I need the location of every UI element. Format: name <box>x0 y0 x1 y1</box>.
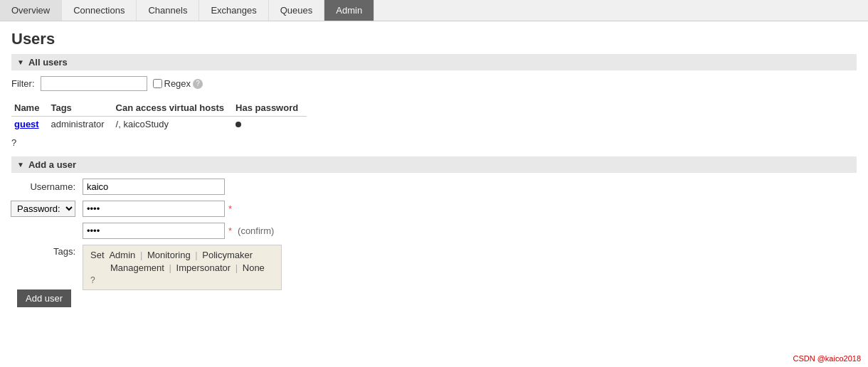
col-virtual-hosts: Can access virtual hosts <box>113 100 233 117</box>
username-row: Username: <box>11 179 857 195</box>
add-user-button[interactable]: Add user <box>17 289 71 307</box>
user-tags: administrator <box>48 117 112 132</box>
tags-popup: Set Admin | Monitoring | Policymaker Man… <box>83 245 282 290</box>
password-type-select[interactable]: Password: <box>11 201 75 217</box>
confirm-required-icon: * <box>228 225 232 236</box>
password-required-icon: * <box>228 203 232 214</box>
regex-text: Regex <box>164 78 191 89</box>
tag-admin[interactable]: Admin <box>109 250 135 260</box>
username-input[interactable] <box>83 179 225 195</box>
all-users-section-header[interactable]: ▼ All users <box>11 54 857 70</box>
filter-label: Filter: <box>11 78 35 89</box>
tag-management[interactable]: Management <box>110 262 164 273</box>
tags-label: Tags: <box>11 245 83 257</box>
user-name-link[interactable]: guest <box>14 119 39 129</box>
all-users-label: All users <box>28 57 68 68</box>
nav-overview[interactable]: Overview <box>0 0 62 21</box>
col-tags: Tags <box>48 100 112 117</box>
nav-admin[interactable]: Admin <box>324 0 374 21</box>
add-user-collapse-icon: ▼ <box>17 161 24 169</box>
filter-help-icon[interactable]: ? <box>193 79 203 89</box>
page-content: Users ▼ All users Filter: Regex ? Name T… <box>0 21 868 316</box>
add-user-section: ▼ Add a user Username: Password: * <box>11 156 857 307</box>
col-name: Name <box>11 100 48 117</box>
table-row: guest administrator /, kaicoStudy <box>11 117 307 132</box>
user-virtual-hosts: /, kaicoStudy <box>113 117 233 132</box>
user-has-password <box>233 117 307 132</box>
password-input[interactable] <box>83 201 225 217</box>
nav-connections[interactable]: Connections <box>62 0 137 21</box>
tags-popup-help[interactable]: ? <box>90 275 274 285</box>
tag-policymaker[interactable]: Policymaker <box>202 250 253 260</box>
regex-label-group: Regex ? <box>153 78 203 89</box>
tag-none[interactable]: None <box>243 262 265 273</box>
top-navigation: Overview Connections Channels Exchanges … <box>0 0 868 21</box>
col-has-password: Has password <box>233 100 307 117</box>
nav-channels[interactable]: Channels <box>137 0 199 21</box>
regex-checkbox[interactable] <box>153 79 162 88</box>
password-confirm-input[interactable] <box>83 223 225 239</box>
username-label: Username: <box>11 181 83 192</box>
tags-row: Tags: Set Admin | Monitoring | Policymak… <box>11 245 857 281</box>
collapse-arrow-icon: ▼ <box>17 58 24 66</box>
filter-input[interactable] <box>41 76 147 91</box>
users-table: Name Tags Can access virtual hosts Has p… <box>11 100 307 132</box>
set-label: Set <box>90 250 105 260</box>
tag-monitoring[interactable]: Monitoring <box>147 250 191 260</box>
confirm-label: (confirm) <box>238 225 274 236</box>
nav-queues[interactable]: Queues <box>269 0 325 21</box>
add-user-label: Add a user <box>28 159 76 170</box>
table-help-icon[interactable]: ? <box>11 137 857 148</box>
add-user-section-header[interactable]: ▼ Add a user <box>11 156 857 173</box>
page-title: Users <box>11 30 857 48</box>
tag-impersonator[interactable]: Impersonator <box>176 262 231 273</box>
nav-exchanges[interactable]: Exchanges <box>199 0 268 21</box>
filter-row: Filter: Regex ? <box>11 76 857 91</box>
